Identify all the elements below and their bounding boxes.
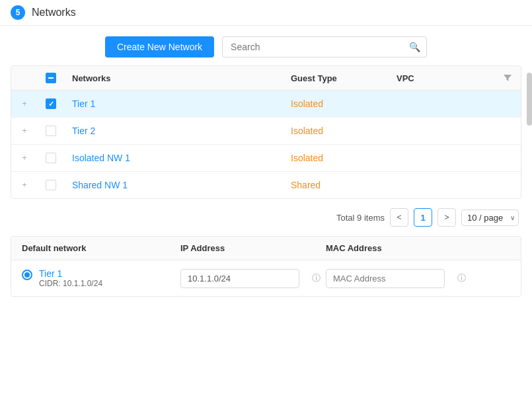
detail-data-row: Tier 1 CIDR: 10.1.1.0/24 ⓘ ⓘ [11,260,521,296]
table-row: + Isolated NW 1 Isolated [11,145,521,172]
ip-input-wrapper: ⓘ [180,269,326,288]
page-container: 5 Networks Create New Network 🔍 Networks… [0,0,532,415]
row-network-name: Tier 1 [64,98,283,109]
row-network-name: Shared NW 1 [64,180,283,190]
networks-table: Networks Guest Type VPC + Tier 1 Isolate… [11,65,521,199]
row-expand-button[interactable]: + [11,180,38,190]
page-title: Networks [32,7,76,19]
row-guest-type: Shared [283,180,389,190]
row-checkbox-cell [38,153,64,163]
row-guest-type: Isolated [283,126,389,136]
row-checkbox-cell [38,98,64,109]
default-network-radio[interactable] [22,270,32,280]
row-expand-button[interactable]: + [11,153,38,163]
page-current[interactable]: 1 [414,208,432,227]
filter-col-header[interactable] [494,73,521,83]
mac-address-input[interactable] [326,269,445,288]
row-expand-button[interactable]: + [11,99,38,108]
toolbar: Create New Network 🔍 [0,26,532,65]
select-all-checkbox[interactable] [46,73,56,83]
page-header: 5 Networks [0,0,532,26]
page-prev-button[interactable]: < [390,208,408,227]
guest-type-col-header: Guest Type [283,73,389,83]
row-checkbox[interactable] [46,180,56,190]
row-expand-button[interactable]: + [11,126,38,135]
detail-ip-col-header: IP Address [180,243,326,253]
pagination-area: Total 9 items < 1 > 10 / page 20 / page … [0,199,532,236]
ip-address-input[interactable] [180,269,299,288]
detail-network-name: Tier 1 [39,268,102,279]
mac-info-icon[interactable]: ⓘ [457,272,466,284]
networks-badge: 5 [11,5,25,20]
search-icon: 🔍 [409,42,420,52]
create-new-network-button[interactable]: Create New Network [105,36,214,57]
detail-network-cell: Tier 1 CIDR: 10.1.1.0/24 [22,268,180,288]
row-network-name: Isolated NW 1 [64,153,283,163]
table-row: + Shared NW 1 Shared [11,172,521,198]
vpc-col-header: VPC [389,73,494,83]
page-size-select[interactable]: 10 / page 20 / page 50 / page [461,209,519,226]
checkbox-col-header [38,73,64,83]
mac-input-wrapper: ⓘ [326,269,471,288]
row-checkbox-cell [38,126,64,136]
row-guest-type: Isolated [283,98,389,109]
row-checkbox[interactable] [46,98,56,109]
table-header-row: Networks Guest Type VPC [11,66,521,91]
detail-mac-col-header: MAC Address [326,243,471,253]
detail-network-col-header: Default network [22,243,180,253]
search-input[interactable] [222,36,427,57]
row-guest-type: Isolated [283,153,389,163]
search-wrapper: 🔍 [222,36,427,57]
page-size-wrapper: 10 / page 20 / page 50 / page [461,209,519,226]
detail-network-info: Tier 1 CIDR: 10.1.1.0/24 [39,268,102,288]
table-row: + Tier 2 Isolated [11,118,521,145]
scrollbar-thumb[interactable] [527,73,532,126]
row-checkbox-cell [38,180,64,190]
row-checkbox[interactable] [46,153,56,163]
detail-header-row: Default network IP Address MAC Address [11,237,521,260]
detail-network-cidr: CIDR: 10.1.1.0/24 [39,279,102,288]
row-checkbox[interactable] [46,126,56,136]
networks-col-header: Networks [64,73,283,83]
row-network-name: Tier 2 [64,126,283,136]
ip-info-icon[interactable]: ⓘ [312,272,321,284]
page-next-button[interactable]: > [437,208,456,227]
detail-panel: Default network IP Address MAC Address T… [11,236,521,297]
table-row: + Tier 1 Isolated [11,91,521,118]
pagination-total: Total 9 items [336,213,385,223]
